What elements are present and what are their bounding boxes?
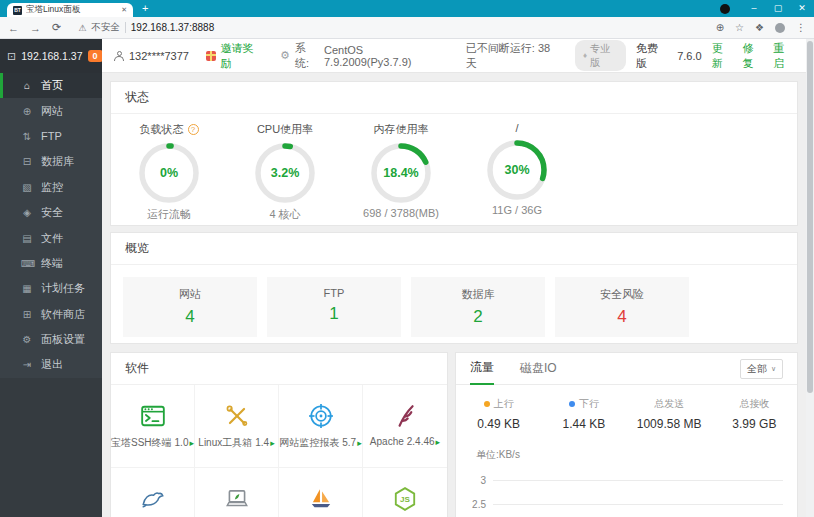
sidebar-item-database[interactable]: ⊟ 数据库 [0, 149, 102, 174]
software-name: Apache [370, 436, 404, 447]
address-divider [125, 22, 126, 33]
status-card: 状态 负载状态 ? 0% 运行流畅 CPU使用率 [110, 81, 798, 226]
page-scrollbar[interactable] [806, 39, 814, 517]
browser-window: BT 宝塔Linux面板 ✕ + – ▢ ✕ ← → ⟳ ⚠ 不安全 192.1… [0, 0, 814, 517]
software-item-phpmyadmin[interactable] [279, 468, 363, 517]
overview-label: 安全风险 [555, 287, 689, 302]
minimize-button[interactable]: – [742, 0, 766, 17]
message-count-badge[interactable]: 0 [88, 50, 103, 62]
gauge-label: 内存使用率 [374, 122, 429, 137]
software-name: 网站监控报表 [279, 437, 339, 448]
sidebar-item-label: 监控 [41, 180, 63, 195]
software-item-mysql[interactable] [111, 468, 195, 517]
profile-avatar[interactable] [775, 23, 785, 33]
software-item-site-monitor[interactable]: 网站监控报表5.7▸ [279, 385, 363, 468]
y-tick: 3 [468, 475, 486, 486]
wrench-tools-icon [224, 403, 250, 429]
restart-link[interactable]: 重启 [773, 41, 794, 71]
overview-box-ftp[interactable]: FTP 1 [267, 277, 401, 337]
tab-traffic[interactable]: 流量 [470, 353, 494, 385]
chart-gridline: 2.5 [468, 499, 783, 510]
interface-filter-select[interactable]: 全部 ∨ [740, 359, 783, 379]
tab-close-icon[interactable]: ✕ [121, 6, 127, 14]
panel-app: ⊡ 192.168.1.37 0 ⌂ 首页 ⊕ 网站 ⇅ FTP ⊟ [0, 39, 814, 517]
sidebar-item-label: 文件 [41, 231, 63, 246]
invite-reward[interactable]: 邀请奖励 [206, 41, 263, 71]
browser-profile-dot[interactable] [720, 4, 730, 14]
sidebar: ⊡ 192.168.1.37 0 ⌂ 首页 ⊕ 网站 ⇅ FTP ⊟ [0, 39, 102, 517]
overview-count: 4 [555, 307, 689, 327]
bt-favicon-icon: BT [13, 6, 22, 15]
update-link[interactable]: 更新 [712, 41, 733, 71]
overview-card: 概览 网站 4 FTP 1 数据库 2 安全风险 [110, 232, 798, 344]
extensions-icon[interactable]: ❖ [755, 22, 764, 33]
sidebar-server-header[interactable]: ⊡ 192.168.1.37 0 [0, 39, 102, 73]
chart-unit-label: 单位:KB/s [476, 448, 783, 462]
chevron-down-icon: ∨ [771, 365, 776, 373]
pro-version-badge[interactable]: ♦ 专业版 [575, 40, 626, 71]
system-gear-icon: ⚙ [280, 49, 290, 62]
user-account[interactable]: 132****7377 [114, 50, 189, 62]
software-item-laptop-app[interactable] [195, 468, 279, 517]
sidebar-item-cron[interactable]: ▦ 计划任务 [0, 276, 102, 301]
monitor-chart-icon: ▧ [21, 182, 33, 193]
sailboat-icon [308, 486, 334, 512]
repair-link[interactable]: 修复 [742, 41, 763, 71]
scrollbar-thumb[interactable] [807, 41, 813, 393]
software-item-bt-ssh-terminal[interactable]: 宝塔SSH终端1.0▸ [111, 385, 195, 468]
terminal-icon: ⌨ [21, 258, 33, 269]
overview-box-security-risks[interactable]: 安全风险 4 [555, 277, 689, 337]
overview-box-websites[interactable]: 网站 4 [123, 277, 257, 337]
maximize-button[interactable]: ▢ [766, 0, 790, 17]
security-label[interactable]: 不安全 [91, 21, 120, 34]
traffic-card: 流量 磁盘IO 全部 ∨ 上行 0.49 KB 下行 1.44 KB [455, 352, 798, 517]
mysql-dolphin-icon [140, 486, 166, 512]
url-text[interactable]: 192.168.1.37:8888 [131, 22, 214, 33]
browser-menu-icon[interactable]: ⋮ [796, 22, 806, 33]
software-item-apache[interactable]: Apache2.4.46▸ [363, 385, 447, 468]
system-info: ⚙ 系统: CentOS 7.9.2009(Py3.7.9) [280, 41, 449, 71]
back-icon[interactable]: ← [8, 22, 19, 34]
reload-icon[interactable]: ⟳ [52, 21, 61, 34]
gauge-label: 负载状态 [140, 122, 184, 137]
sidebar-item-label: 计划任务 [41, 281, 85, 296]
gauge-ring: 18.4% [370, 142, 432, 204]
sidebar-item-label: 数据库 [41, 154, 74, 169]
overview-box-databases[interactable]: 数据库 2 [411, 277, 545, 337]
sidebar-item-logout[interactable]: ⇥ 退出 [0, 352, 102, 377]
sidebar-item-ftp[interactable]: ⇅ FTP [0, 124, 102, 149]
running-indicator-icon: ▸ [270, 438, 275, 448]
sidebar-menu: ⌂ 首页 ⊕ 网站 ⇅ FTP ⊟ 数据库 ▧ 监控 [0, 73, 102, 378]
sidebar-item-website[interactable]: ⊕ 网站 [0, 98, 102, 123]
stat-downstream: 下行 1.44 KB [541, 397, 626, 431]
sidebar-item-label: 面板设置 [41, 332, 85, 347]
tab-disk-io[interactable]: 磁盘IO [520, 353, 557, 385]
sidebar-item-settings[interactable]: ⚙ 面板设置 [0, 327, 102, 352]
sidebar-item-terminal[interactable]: ⌨ 终端 [0, 251, 102, 276]
sidebar-item-home[interactable]: ⌂ 首页 [0, 73, 102, 98]
chart-gridline: 3 [468, 475, 783, 486]
browser-toolbar: ← → ⟳ ⚠ 不安全 192.168.1.37:8888 ⊕ ☆ ❖ ⋮ [0, 17, 814, 39]
gauge-sublabel: 698 / 3788(MB) [343, 207, 459, 219]
close-button[interactable]: ✕ [790, 0, 814, 17]
forward-icon[interactable]: → [30, 22, 41, 34]
traffic-stats: 上行 0.49 KB 下行 1.44 KB 总发送 1009.58 MB 总接收… [456, 397, 797, 431]
zoom-icon[interactable]: ⊕ [716, 22, 724, 33]
sidebar-item-files[interactable]: ▤ 文件 [0, 225, 102, 250]
browser-tab[interactable]: BT 宝塔Linux面板 ✕ [7, 3, 133, 17]
software-name: 宝塔SSH终端 [111, 437, 172, 448]
help-icon[interactable]: ? [188, 124, 199, 135]
address-bar[interactable]: ⚠ 不安全 192.168.1.37:8888 [78, 21, 214, 34]
new-tab-button[interactable]: + [142, 2, 148, 15]
gauge-load: 负载状态 ? 0% 运行流畅 [111, 122, 227, 222]
terminal-app-icon [140, 403, 166, 429]
software-item-nodejs[interactable]: JS [363, 468, 447, 517]
apache-feather-icon [392, 403, 418, 429]
uptime-label: 已不间断运行: 38天 [466, 41, 558, 71]
software-item-linux-toolbox[interactable]: Linux工具箱1.4▸ [195, 385, 279, 468]
sidebar-item-security[interactable]: ◈ 安全 [0, 200, 102, 225]
sidebar-item-monitor[interactable]: ▧ 监控 [0, 175, 102, 200]
bookmark-star-icon[interactable]: ☆ [735, 22, 744, 33]
sidebar-item-app-store[interactable]: ⊞ 软件商店 [0, 302, 102, 327]
stat-total-sent: 总发送 1009.58 MB [627, 397, 712, 431]
